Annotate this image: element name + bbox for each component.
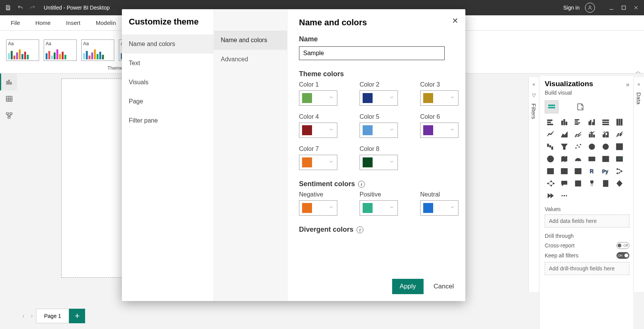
color-dropdown[interactable] xyxy=(360,200,398,216)
viz-map-icon[interactable] xyxy=(545,154,556,164)
color-dropdown[interactable] xyxy=(420,90,458,106)
color-dropdown[interactable] xyxy=(420,123,458,138)
viz-powerapps-icon[interactable] xyxy=(614,178,625,188)
viz-funnel-icon[interactable] xyxy=(559,142,570,152)
viz-filled-map-icon[interactable] xyxy=(559,154,570,164)
viz-narrative-icon[interactable] xyxy=(572,178,584,188)
viz-multicard-icon[interactable] xyxy=(600,154,611,164)
page-tab[interactable]: Page 1 xyxy=(36,309,69,323)
drill-through-dropzone[interactable]: Add drill-through fields here xyxy=(545,262,629,275)
ribbon-tab-modeling[interactable]: Modelin xyxy=(96,20,116,26)
viz-goals-icon[interactable] xyxy=(586,178,598,188)
user-icon[interactable] xyxy=(585,3,595,13)
viz-area-icon[interactable] xyxy=(559,129,570,139)
viz-line-icon[interactable] xyxy=(545,129,556,139)
viz-combo-icon[interactable] xyxy=(586,129,598,139)
info-icon[interactable]: i xyxy=(356,226,363,233)
ribbon-tab-insert[interactable]: Insert xyxy=(66,20,80,26)
theme-thumb[interactable]: Aa xyxy=(44,39,77,61)
svg-rect-34 xyxy=(593,135,595,137)
viz-100-column-icon[interactable] xyxy=(614,117,625,127)
viz-100-bar-icon[interactable] xyxy=(600,117,611,127)
viz-pie-icon[interactable] xyxy=(586,142,598,152)
close-icon[interactable]: ✕ xyxy=(452,16,458,25)
viz-slicer-icon[interactable] xyxy=(545,166,556,176)
viz-table-icon[interactable] xyxy=(559,166,570,176)
viz-card-icon[interactable]: 123 xyxy=(586,154,598,164)
viz-qna-icon[interactable] xyxy=(559,178,570,188)
viz-more-icon[interactable] xyxy=(559,191,570,201)
theme-colors-label: Theme colors xyxy=(299,70,454,78)
color-dropdown[interactable] xyxy=(299,90,337,106)
color-dropdown[interactable] xyxy=(420,200,458,216)
viz-stacked-column-icon[interactable] xyxy=(559,117,570,127)
next-page-icon[interactable]: › xyxy=(28,312,36,320)
viz-donut-icon[interactable] xyxy=(600,142,611,152)
minimize-icon[interactable] xyxy=(608,4,615,11)
expand-up-icon[interactable]: ︿ xyxy=(636,68,641,75)
subcategory-name-and-colors[interactable]: Name and colors xyxy=(214,31,287,50)
keep-filters-toggle[interactable]: On xyxy=(616,252,629,259)
color-dropdown[interactable] xyxy=(360,155,398,170)
apply-button[interactable]: Apply xyxy=(392,279,424,294)
svg-rect-13 xyxy=(547,122,551,123)
view-model-icon[interactable] xyxy=(0,107,17,124)
save-icon[interactable] xyxy=(5,4,12,11)
view-report-icon[interactable] xyxy=(0,74,17,90)
maximize-icon[interactable] xyxy=(620,4,627,11)
cross-report-toggle[interactable]: Off xyxy=(616,242,629,249)
viz-r-icon[interactable]: R xyxy=(586,166,598,176)
theme-thumb[interactable]: Aa xyxy=(6,39,39,61)
theme-name-input[interactable] xyxy=(299,46,445,60)
viz-keyinfluencers-icon[interactable] xyxy=(614,166,625,176)
subcategory-advanced[interactable]: Advanced xyxy=(214,50,287,69)
viz-decomp-icon[interactable] xyxy=(545,178,556,188)
color-dropdown[interactable] xyxy=(299,155,337,170)
viz-gauge-icon[interactable] xyxy=(572,154,584,164)
expand-right-icon[interactable]: » xyxy=(626,81,629,88)
viz-combo2-icon[interactable] xyxy=(600,129,611,139)
undo-icon[interactable] xyxy=(17,4,24,11)
color-dropdown[interactable] xyxy=(360,123,398,138)
theme-thumb[interactable]: Aa xyxy=(81,39,114,61)
ribbon-tab-home[interactable]: Home xyxy=(35,20,51,26)
cancel-button[interactable]: Cancel xyxy=(434,283,454,290)
viz-waterfall-icon[interactable] xyxy=(545,142,556,152)
report-canvas[interactable] xyxy=(61,79,123,278)
collapse-left-icon[interactable]: « xyxy=(532,81,535,87)
signin-link[interactable]: Sign in xyxy=(563,5,580,11)
viz-powerautomate-icon[interactable] xyxy=(545,191,556,201)
info-icon[interactable]: i xyxy=(358,181,365,188)
viz-matrix-icon[interactable] xyxy=(572,166,584,176)
viz-clustered-column-icon[interactable] xyxy=(586,117,598,127)
redo-icon[interactable] xyxy=(29,4,36,11)
close-window-icon[interactable] xyxy=(632,4,639,11)
collapse-left-icon[interactable]: « xyxy=(637,81,640,87)
build-visual-icon[interactable] xyxy=(545,100,559,113)
data-label[interactable]: Data xyxy=(636,92,642,105)
category-filter-pane[interactable]: Filter pane xyxy=(122,111,214,130)
viz-scatter-icon[interactable] xyxy=(572,142,584,152)
color-dropdown[interactable] xyxy=(360,90,398,106)
category-text[interactable]: Text xyxy=(122,54,214,73)
category-name-and-colors[interactable]: Name and colors xyxy=(122,34,214,54)
ribbon-tab-file[interactable]: File xyxy=(11,20,20,26)
add-page-button[interactable]: + xyxy=(69,309,85,323)
filters-label[interactable]: Filters xyxy=(531,103,537,119)
viz-ribbon-icon[interactable] xyxy=(614,129,625,139)
color-dropdown[interactable] xyxy=(299,123,337,138)
values-dropzone[interactable]: Add data fields here xyxy=(545,214,629,228)
viz-python-icon[interactable]: Py xyxy=(600,166,611,176)
prev-page-icon[interactable]: ‹ xyxy=(19,312,28,320)
format-visual-icon[interactable] xyxy=(574,100,588,113)
viz-treemap-icon[interactable] xyxy=(614,142,625,152)
view-table-icon[interactable] xyxy=(0,90,17,107)
color-dropdown[interactable] xyxy=(299,200,337,216)
category-visuals[interactable]: Visuals xyxy=(122,73,214,92)
category-page[interactable]: Page xyxy=(122,92,214,111)
viz-clustered-bar-icon[interactable] xyxy=(572,117,584,127)
viz-kpi-icon[interactable] xyxy=(614,154,625,164)
viz-stacked-area-icon[interactable] xyxy=(572,129,584,139)
viz-stacked-bar-icon[interactable] xyxy=(545,117,556,127)
viz-paginated-icon[interactable] xyxy=(600,178,611,188)
